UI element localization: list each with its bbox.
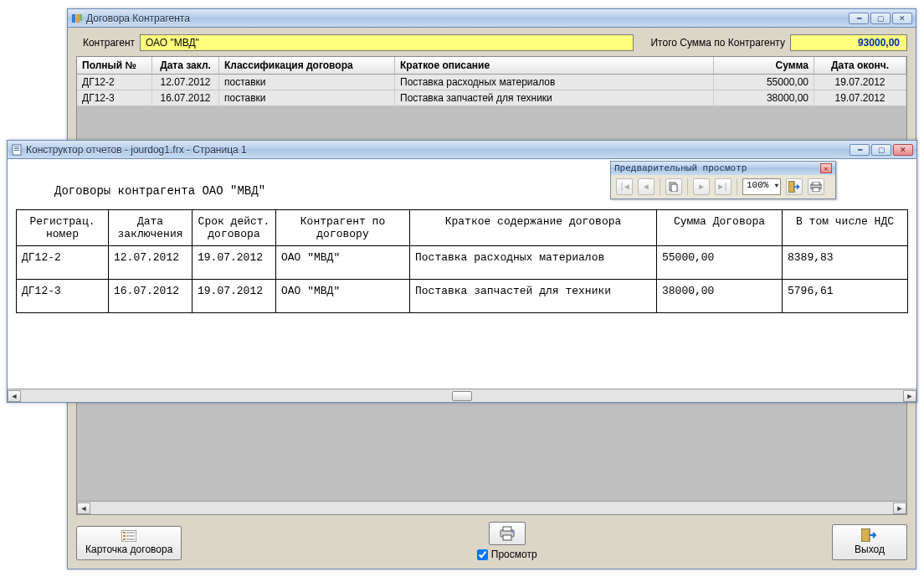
exit-button[interactable]: Выход — [832, 524, 907, 560]
svg-rect-10 — [501, 530, 514, 537]
preview-toolbar-title: Предварительный просмотр — [614, 163, 820, 173]
svg-rect-6 — [123, 535, 126, 537]
toolbar-divider — [660, 178, 660, 195]
svg-rect-21 — [788, 181, 794, 193]
contragent-field[interactable]: ОАО "МВД" — [140, 34, 634, 51]
toolbar-divider — [687, 178, 688, 195]
report-row: ДГ12-2 12.07.2012 19.07.2012 ОАО "МВД" П… — [17, 246, 908, 280]
grid-header: Полный № Дата закл. Классификация догово… — [77, 57, 906, 75]
maximize-button[interactable]: ▢ — [870, 13, 891, 24]
app-icon — [71, 13, 83, 24]
report-close-button[interactable]: ✕ — [893, 144, 913, 156]
prev-page-button[interactable]: ◄ — [638, 178, 654, 195]
report-page: Предварительный просмотр ✕ |◄ ◄ ► ►| 100… — [8, 159, 916, 389]
report-hscroll[interactable]: ◄ ► — [8, 389, 916, 402]
rpt-col-term: Срок дейст. договора — [192, 210, 276, 246]
toolbar-print-button[interactable] — [808, 178, 824, 195]
last-page-button[interactable]: ►| — [715, 178, 732, 195]
contragent-label: Контрагент — [76, 37, 135, 49]
svg-rect-4 — [123, 532, 126, 533]
table-row[interactable]: ДГ12-3 16.07.2012 поставки Поставка запч… — [77, 90, 906, 106]
printer-icon — [498, 526, 516, 541]
grid-hscroll[interactable]: ◄ ► — [77, 501, 906, 514]
scroll-right-icon[interactable]: ► — [893, 502, 906, 514]
preview-toolbar-titlebar[interactable]: Предварительный просмотр ✕ — [611, 162, 835, 175]
printer-icon — [810, 182, 822, 192]
table-row[interactable]: ДГ12-2 12.07.2012 поставки Поставка расх… — [77, 75, 906, 90]
exit-icon — [788, 181, 800, 193]
scroll-right-icon[interactable]: ► — [903, 390, 916, 402]
svg-rect-5 — [126, 532, 135, 533]
print-button[interactable] — [489, 522, 526, 545]
scroll-thumb[interactable] — [452, 391, 472, 401]
col-number[interactable]: Полный № — [77, 57, 152, 74]
report-app-icon — [11, 144, 23, 156]
report-minimize-button[interactable]: ━ — [850, 144, 870, 156]
exit-label: Выход — [855, 544, 885, 555]
svg-rect-1 — [76, 14, 80, 23]
preview-checkbox[interactable]: Просмотр — [477, 549, 537, 560]
window-report: Конструктор отчетов - jourdog1.frx - Стр… — [7, 140, 917, 403]
svg-rect-18 — [14, 150, 19, 151]
rpt-col-content: Краткое содержание договора — [410, 210, 657, 246]
exit-icon — [861, 528, 878, 542]
svg-rect-23 — [813, 182, 819, 185]
svg-rect-12 — [503, 535, 511, 540]
total-label: Итого Сумма по Контрагенту — [650, 37, 785, 49]
first-page-button[interactable]: |◄ — [616, 178, 633, 195]
window-report-title: Конструктор отчетов - jourdog1.frx - Стр… — [26, 144, 850, 156]
svg-rect-17 — [14, 148, 19, 149]
svg-rect-8 — [123, 538, 126, 540]
preview-toolbar[interactable]: Предварительный просмотр ✕ |◄ ◄ ► ►| 100… — [610, 161, 836, 199]
svg-rect-0 — [72, 14, 75, 23]
col-sum[interactable]: Сумма — [714, 57, 814, 74]
total-field: 93000,00 — [790, 34, 907, 51]
col-date[interactable]: Дата закл. — [152, 57, 219, 74]
svg-rect-11 — [503, 527, 511, 531]
scroll-left-icon[interactable]: ◄ — [8, 390, 21, 402]
col-desc[interactable]: Краткое описание — [395, 57, 714, 74]
svg-rect-2 — [80, 13, 82, 21]
svg-point-13 — [511, 531, 513, 533]
contract-card-button[interactable]: Карточка договора — [76, 526, 182, 560]
report-row: ДГ12-3 16.07.2012 19.07.2012 ОАО "МВД" П… — [17, 280, 908, 313]
minimize-button[interactable]: ━ — [849, 13, 869, 24]
contract-card-label: Карточка договора — [85, 544, 172, 555]
toolbar-divider — [737, 178, 737, 195]
card-icon — [121, 530, 136, 542]
close-preview-button[interactable] — [786, 178, 803, 195]
preview-toolbar-close[interactable]: ✕ — [820, 163, 832, 173]
goto-page-button[interactable] — [665, 178, 682, 195]
svg-rect-24 — [813, 188, 819, 192]
zoom-select[interactable]: 100% — [742, 178, 781, 195]
svg-rect-14 — [861, 528, 870, 542]
svg-rect-16 — [14, 147, 19, 147]
col-class[interactable]: Классификация договора — [219, 57, 395, 74]
svg-rect-20 — [671, 184, 677, 192]
preview-checkbox-input[interactable] — [477, 549, 488, 560]
window-contracts-title: Договора Контрагента — [86, 13, 849, 24]
report-table: Регистрац. номер Дата заключения Срок де… — [16, 209, 908, 313]
next-page-button[interactable]: ► — [693, 178, 710, 195]
svg-rect-3 — [121, 530, 136, 542]
rpt-col-contragent: Контрагент по договору — [276, 210, 410, 246]
svg-rect-9 — [126, 538, 135, 540]
svg-rect-7 — [126, 535, 135, 537]
window-report-titlebar[interactable]: Конструктор отчетов - jourdog1.frx - Стр… — [8, 141, 916, 159]
rpt-col-reg: Регистрац. номер — [17, 210, 109, 246]
rpt-col-vat: В том числе НДС — [783, 210, 908, 246]
col-end[interactable]: Дата оконч. — [814, 57, 906, 74]
preview-checkbox-label: Просмотр — [491, 549, 537, 560]
window-contracts-titlebar[interactable]: Договора Контрагента ━ ▢ ✕ — [68, 9, 916, 28]
report-maximize-button[interactable]: ▢ — [871, 144, 891, 156]
close-button[interactable]: ✕ — [892, 13, 912, 24]
scroll-left-icon[interactable]: ◄ — [77, 502, 90, 514]
rpt-col-sum: Сумма Договора — [657, 210, 783, 246]
rpt-col-date: Дата заключения — [109, 210, 192, 246]
